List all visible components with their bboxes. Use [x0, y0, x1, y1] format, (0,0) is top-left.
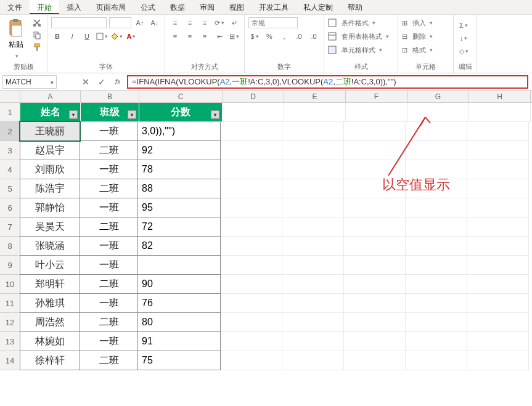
col-header-E[interactable]: E	[284, 91, 346, 102]
data-cell[interactable]: 吴昊天	[20, 217, 80, 237]
empty-cell[interactable]	[282, 294, 344, 313]
data-cell[interactable]: 赵晨宇	[20, 140, 80, 160]
tab-insert[interactable]: 插入	[59, 0, 89, 14]
empty-cell[interactable]	[467, 256, 529, 275]
empty-cell[interactable]	[467, 294, 529, 313]
data-cell[interactable]: 周浩然	[20, 312, 80, 332]
data-cell[interactable]: 82	[137, 236, 221, 256]
data-cell[interactable]: 二班	[80, 140, 138, 160]
empty-cell[interactable]	[344, 294, 406, 313]
empty-cell[interactable]	[221, 294, 282, 313]
empty-cell[interactable]	[406, 313, 467, 332]
empty-cell[interactable]	[406, 256, 467, 275]
font-color-button[interactable]: A	[125, 31, 137, 42]
empty-cell[interactable]	[282, 237, 344, 256]
insert-cells-button[interactable]: ⊞ 插入	[402, 17, 433, 28]
row-header[interactable]: 6	[0, 198, 20, 217]
empty-cell[interactable]	[467, 351, 529, 370]
empty-cell[interactable]	[221, 351, 282, 370]
data-cell[interactable]: 75	[137, 351, 221, 370]
empty-cell[interactable]	[406, 141, 467, 160]
data-cell[interactable]: 一班	[80, 198, 138, 217]
empty-cell[interactable]	[467, 313, 529, 332]
empty-cell[interactable]	[344, 351, 406, 370]
empty-cell[interactable]	[282, 275, 344, 294]
data-cell[interactable]: 二班	[80, 351, 138, 370]
data-cell[interactable]: 王晓丽	[20, 121, 80, 141]
col-header-D[interactable]: D	[223, 91, 284, 102]
data-cell[interactable]: 叶小云	[20, 255, 80, 275]
data-cell[interactable]: 二班	[80, 274, 138, 294]
empty-cell[interactable]	[467, 275, 529, 294]
comma-icon[interactable]: ,	[278, 31, 290, 42]
orientation-icon[interactable]: ⟳	[213, 17, 226, 28]
cut-button[interactable]	[31, 17, 43, 28]
row-header[interactable]: 12	[0, 313, 20, 332]
border-button[interactable]	[96, 31, 108, 42]
cancel-formula-button[interactable]: ✕	[78, 75, 94, 89]
empty-cell[interactable]	[344, 332, 406, 351]
empty-cell[interactable]	[221, 256, 282, 275]
data-cell[interactable]: 78	[137, 160, 221, 179]
col-header-H[interactable]: H	[469, 91, 531, 102]
empty-cell[interactable]	[282, 179, 344, 198]
decrease-font-icon[interactable]: A↓	[149, 17, 161, 28]
empty-cell[interactable]	[282, 332, 344, 351]
bold-button[interactable]: B	[51, 31, 63, 42]
empty-cell[interactable]	[344, 141, 406, 160]
align-top-icon[interactable]: ≡	[169, 17, 181, 28]
empty-cell[interactable]	[406, 198, 467, 217]
empty-cell[interactable]	[344, 198, 406, 217]
empty-cell[interactable]	[223, 103, 284, 122]
underline-button[interactable]: U	[81, 31, 93, 42]
empty-cell[interactable]	[469, 103, 531, 122]
col-header-C[interactable]: C	[139, 91, 223, 102]
empty-cell[interactable]	[282, 122, 344, 141]
clear-icon[interactable]: ◇	[457, 46, 470, 57]
data-cell[interactable]: 80	[137, 312, 221, 332]
empty-cell[interactable]	[221, 275, 282, 294]
empty-cell[interactable]	[282, 198, 344, 217]
empty-cell[interactable]	[346, 103, 407, 122]
data-cell[interactable]: 3,0)),"")	[137, 121, 221, 141]
empty-cell[interactable]	[406, 122, 467, 141]
data-cell[interactable]: 88	[137, 179, 221, 198]
empty-cell[interactable]	[407, 103, 469, 122]
wrap-text-icon[interactable]: ↵	[228, 17, 240, 28]
empty-cell[interactable]	[406, 275, 467, 294]
data-cell[interactable]: 张晓涵	[20, 236, 80, 256]
empty-cell[interactable]	[467, 122, 529, 141]
data-cell[interactable]: 76	[137, 293, 221, 313]
tab-custom[interactable]: 私人定制	[296, 0, 340, 14]
delete-cells-button[interactable]: ⊟ 删除	[402, 31, 433, 42]
data-cell[interactable]: 孙雅琪	[20, 293, 80, 313]
empty-cell[interactable]	[344, 237, 406, 256]
inc-decimal-icon[interactable]: .0	[293, 31, 305, 42]
dec-decimal-icon[interactable]: .0	[308, 31, 320, 42]
tab-home[interactable]: 开始	[30, 0, 59, 14]
empty-cell[interactable]	[282, 313, 344, 332]
row-header[interactable]: 2	[0, 122, 20, 141]
data-cell[interactable]: 刘雨欣	[20, 160, 80, 179]
data-cell[interactable]: 91	[137, 331, 221, 351]
empty-cell[interactable]	[406, 217, 467, 237]
empty-cell[interactable]	[344, 313, 406, 332]
name-box[interactable]: MATCH	[2, 75, 57, 89]
format-painter-button[interactable]	[31, 42, 43, 53]
fill-color-button[interactable]	[110, 31, 123, 42]
align-bottom-icon[interactable]: ≡	[198, 17, 211, 28]
empty-cell[interactable]	[221, 313, 282, 332]
data-cell[interactable]: 郑明轩	[20, 274, 80, 294]
table-format-button[interactable]: 套用表格格式	[328, 31, 389, 42]
empty-cell[interactable]	[282, 141, 344, 160]
format-cells-button[interactable]: ⊡ 格式	[402, 44, 433, 55]
empty-cell[interactable]	[406, 237, 467, 256]
merge-icon[interactable]: ⊞	[228, 31, 240, 42]
copy-button[interactable]	[31, 30, 43, 41]
data-cell[interactable]: 一班	[80, 121, 138, 141]
empty-cell[interactable]	[221, 141, 282, 160]
data-cell[interactable]: 一班	[80, 160, 138, 179]
select-all-corner[interactable]	[0, 91, 20, 102]
data-cell[interactable]: 一班	[80, 293, 138, 313]
tab-file[interactable]: 文件	[0, 0, 30, 14]
